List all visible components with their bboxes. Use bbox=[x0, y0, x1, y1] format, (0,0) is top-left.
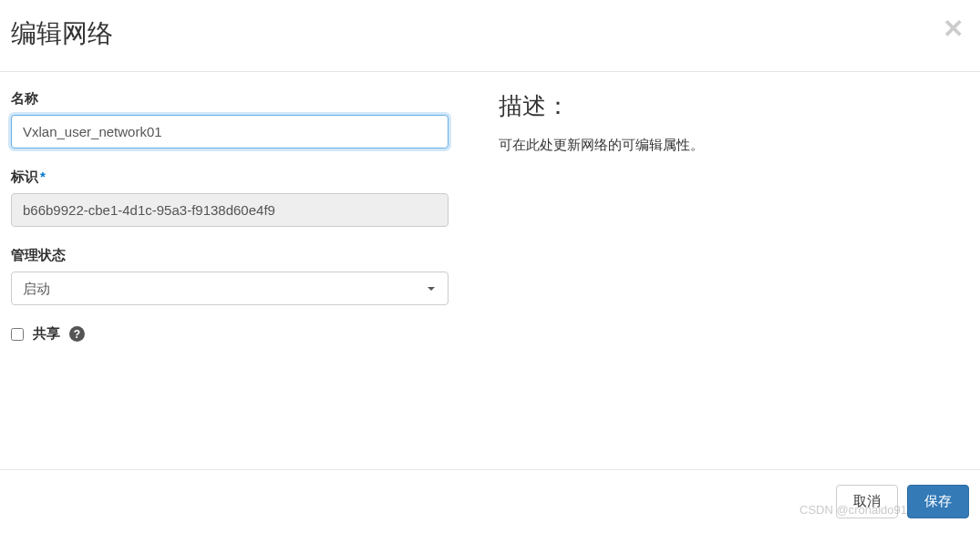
save-button[interactable]: 保存 bbox=[907, 485, 969, 518]
share-label: 共享 bbox=[33, 325, 60, 343]
modal-body: 名称 标识* 管理状态 启动 共享 ? 描述： 可在此处更新网络的可编辑属性。 bbox=[0, 72, 980, 370]
id-input bbox=[11, 193, 449, 227]
modal-footer: 取消 保存 bbox=[0, 469, 980, 533]
description-column: 描述： 可在此处更新网络的可编辑属性。 bbox=[467, 90, 969, 343]
form-column: 名称 标识* 管理状态 启动 共享 ? bbox=[11, 90, 467, 343]
description-text: 可在此处更新网络的可编辑属性。 bbox=[499, 135, 969, 156]
required-asterisk-icon: * bbox=[40, 169, 46, 184]
share-checkbox[interactable] bbox=[11, 328, 24, 341]
modal-header: 编辑网络 ✕ bbox=[0, 0, 980, 72]
help-icon[interactable]: ? bbox=[69, 326, 85, 342]
admin-state-label: 管理状态 bbox=[11, 247, 449, 264]
close-icon[interactable]: ✕ bbox=[937, 16, 969, 42]
name-group: 名称 bbox=[11, 90, 449, 149]
share-group: 共享 ? bbox=[11, 325, 449, 343]
cancel-button[interactable]: 取消 bbox=[836, 485, 898, 518]
id-group: 标识* bbox=[11, 169, 449, 227]
modal-title: 编辑网络 bbox=[11, 16, 113, 51]
admin-state-select[interactable]: 启动 bbox=[11, 272, 449, 305]
name-label: 名称 bbox=[11, 90, 449, 108]
name-input[interactable] bbox=[11, 115, 449, 149]
admin-state-group: 管理状态 启动 bbox=[11, 247, 449, 305]
id-label: 标识* bbox=[11, 169, 449, 186]
description-title: 描述： bbox=[499, 90, 969, 122]
id-label-text: 标识 bbox=[11, 169, 38, 184]
